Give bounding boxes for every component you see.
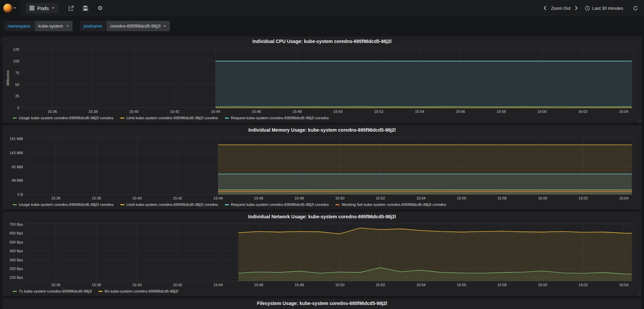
svg-text:100 Bps: 100 Bps [9, 275, 23, 279]
legend-item[interactable]: Usage kube-system coredns-695f96dcd5-98j… [13, 203, 114, 207]
svg-text:500 Bps: 500 Bps [9, 240, 23, 244]
share-button[interactable] [69, 6, 74, 11]
svg-text:16:04: 16:04 [619, 283, 629, 287]
variable-podname-label: podname [80, 21, 106, 31]
grafana-menu-button[interactable] [0, 0, 19, 16]
time-controls: Zoom Out Last 30 minutes [543, 5, 639, 11]
svg-text:15:56: 15:56 [456, 109, 465, 114]
time-range-label: Last 30 minutes [592, 6, 623, 11]
svg-text:16:02: 16:02 [578, 283, 588, 287]
svg-text:200 Bps: 200 Bps [9, 267, 23, 271]
svg-text:125: 125 [13, 47, 19, 51]
variable-podname: podname coredns-695f96dcd5-98j2l [80, 21, 170, 31]
svg-text:15:44: 15:44 [211, 109, 220, 114]
svg-text:15:50: 15:50 [333, 109, 343, 114]
dashboard-title: Pods [37, 5, 49, 11]
legend-item[interactable]: Tx kube-system coredns-695f96dcd5-98j2l [13, 289, 92, 293]
legend-item[interactable]: Limit kube-system coredns-695f96dcd5-98j… [120, 116, 218, 120]
svg-text:400 Bps: 400 Bps [9, 249, 23, 253]
panel-cpu-usage: Individual CPU Usage: kube-system coredn… [3, 37, 641, 123]
svg-text:50: 50 [15, 83, 19, 87]
chevron-down-icon [52, 7, 54, 9]
chart-plot[interactable] [5, 307, 639, 309]
svg-text:15:46: 15:46 [254, 283, 264, 287]
legend-item[interactable]: Request kube-system coredns-695f96dcd5-9… [225, 116, 329, 120]
time-shift-back-button[interactable] [543, 5, 547, 11]
svg-text:15:54: 15:54 [415, 109, 425, 114]
chevron-down-icon [66, 26, 69, 27]
clock-icon [585, 6, 590, 11]
dashboard-picker[interactable]: Pods [26, 3, 58, 13]
svg-text:15:58: 15:58 [497, 196, 507, 200]
panel-title[interactable]: Individual CPU Usage: kube-system coredn… [5, 38, 639, 45]
legend-item[interactable]: Working Set kube-system coredns-695f96dc… [335, 203, 446, 207]
svg-text:15:56: 15:56 [457, 196, 466, 200]
panel-network-usage: Individual Network Usage: kube-system co… [3, 212, 641, 296]
svg-text:25: 25 [15, 94, 19, 98]
panel-title[interactable]: Filesystem Usage: kube-system coredns-69… [5, 300, 639, 307]
legend-item[interactable]: Rx kube-system coredns-695f96dcd5-98j2l [98, 289, 178, 293]
chevron-left-icon [544, 6, 547, 10]
variable-namespace: namespace kube-system [4, 21, 73, 31]
grafana-logo-icon [3, 4, 12, 12]
svg-text:15:46: 15:46 [254, 196, 264, 200]
chevron-right-icon [575, 6, 578, 10]
svg-text:0: 0 [17, 106, 19, 110]
svg-text:15:38: 15:38 [92, 283, 101, 287]
svg-text:15:52: 15:52 [376, 283, 385, 287]
row-drag-handle[interactable] [0, 38, 2, 44]
svg-text:16:02: 16:02 [578, 109, 588, 114]
zoom-out-button[interactable]: Zoom Out [551, 6, 570, 11]
dashboard-panels: Individual CPU Usage: kube-system coredn… [0, 35, 644, 309]
svg-text:48 MiB: 48 MiB [11, 178, 23, 182]
legend-item[interactable]: Request kube-system coredns-695f96dcd5-9… [225, 203, 329, 207]
legend-item[interactable]: Limit kube-system coredns-695f96dcd5-98j… [120, 203, 218, 207]
settings-button[interactable]: ⚙ [97, 5, 103, 11]
svg-text:600 Bps: 600 Bps [9, 231, 23, 235]
svg-text:16:04: 16:04 [619, 109, 629, 114]
legend-item[interactable]: Usage kube-system coredns-695f96dcd5-98j… [13, 116, 114, 120]
variable-podname-dropdown[interactable]: coredns-695f96dcd5-98j2l [106, 21, 170, 31]
svg-text:15:54: 15:54 [416, 196, 426, 200]
svg-text:300 Bps: 300 Bps [9, 258, 23, 262]
variable-namespace-dropdown[interactable]: kube-system [35, 21, 73, 31]
time-shift-forward-button[interactable] [574, 5, 578, 11]
variable-podname-value: coredns-695f96dcd5-98j2l [110, 24, 160, 29]
svg-text:15:50: 15:50 [335, 283, 345, 287]
navbar: Pods ⚙ Zoom Out Last 30 mi [0, 0, 644, 16]
time-range-picker[interactable]: Last 30 minutes [585, 6, 623, 11]
chart-legend: Usage kube-system coredns-695f96dcd5-98j… [5, 115, 639, 121]
svg-text:143 MiB: 143 MiB [9, 151, 23, 155]
panel-title[interactable]: Individual Network Usage: kube-system co… [5, 213, 639, 221]
chart-legend: Tx kube-system coredns-695f96dcd5-98j2lR… [5, 288, 639, 295]
variable-namespace-label: namespace [4, 21, 34, 31]
svg-text:15:44: 15:44 [213, 196, 223, 200]
svg-text:15:36: 15:36 [51, 283, 61, 287]
svg-text:100: 100 [13, 59, 19, 63]
svg-text:15:42: 15:42 [173, 283, 182, 287]
svg-text:75: 75 [15, 71, 19, 75]
variable-namespace-value: kube-system [38, 24, 63, 29]
svg-text:191 MiB: 191 MiB [9, 137, 23, 141]
svg-text:15:42: 15:42 [173, 196, 182, 200]
svg-text:15:54: 15:54 [416, 283, 426, 287]
chart-plot[interactable]: 025507510012515:3615:3815:4015:4215:4415… [5, 45, 639, 115]
panel-filesystem-usage: Filesystem Usage: kube-system coredns-69… [3, 299, 641, 309]
panel-memory-usage: Individual Memory Usage: kube-system cor… [3, 125, 641, 209]
svg-text:15:52: 15:52 [376, 196, 385, 200]
chart-plot[interactable]: 0 B48 MiB95 MiB143 MiB191 MiB15:3615:381… [5, 134, 639, 201]
chevron-down-icon [163, 26, 166, 27]
save-button[interactable] [83, 6, 88, 11]
svg-text:15:40: 15:40 [129, 109, 139, 114]
svg-text:16:00: 16:00 [537, 109, 547, 114]
svg-text:15:52: 15:52 [374, 109, 384, 114]
svg-text:15:58: 15:58 [497, 109, 506, 114]
chevron-down-icon [13, 7, 16, 9]
refresh-button[interactable] [632, 5, 639, 11]
chart-plot[interactable]: 100 Bps200 Bps300 Bps400 Bps500 Bps600 B… [5, 221, 639, 288]
panel-title[interactable]: Individual Memory Usage: kube-system cor… [5, 126, 639, 134]
gear-icon: ⚙ [97, 5, 103, 11]
svg-text:15:36: 15:36 [51, 196, 61, 200]
svg-text:16:00: 16:00 [538, 283, 548, 287]
refresh-icon [633, 6, 638, 11]
